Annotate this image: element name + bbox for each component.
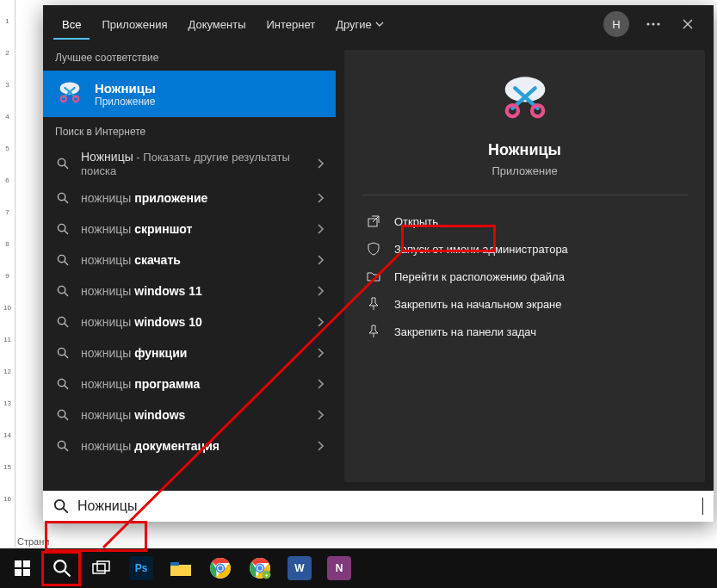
svg-rect-21 (15, 560, 22, 567)
scissors-icon (495, 71, 555, 131)
svg-point-9 (58, 255, 65, 262)
svg-text:●: ● (265, 573, 268, 578)
ruler-tick: 6 (0, 176, 15, 184)
search-box[interactable] (43, 491, 714, 522)
search-icon (55, 316, 71, 328)
web-result-text: ножницы приложение (81, 191, 306, 205)
close-button[interactable] (672, 9, 703, 40)
results-list: Лучшее соответствие Ножницы Приложение (43, 43, 336, 491)
taskbar-app-chrome[interactable] (201, 548, 239, 588)
start-button[interactable] (3, 548, 41, 588)
preview-action-open[interactable]: Открыть (362, 207, 688, 235)
ruler-tick: 3 (0, 81, 15, 89)
preview-action-label: Перейти к расположению файла (394, 270, 565, 283)
web-result-text: ножницы программа (81, 377, 306, 391)
web-result[interactable]: ножницы документация (43, 430, 336, 461)
task-view-button[interactable] (83, 548, 121, 588)
ruler-tick: 11 (0, 336, 15, 344)
chevron-right-icon (317, 410, 324, 420)
svg-point-1 (652, 22, 654, 25)
ruler-tick: 15 (0, 463, 15, 471)
chevron-right-icon (317, 255, 324, 265)
taskbar: Ps ●WN (0, 548, 717, 588)
web-result[interactable]: ножницы скриншот (43, 214, 336, 244)
search-icon (53, 559, 71, 578)
tab-documents[interactable]: Документы (179, 9, 254, 40)
section-web-search: Поиск в Интернете (43, 117, 336, 145)
chrome-profile-icon: ● (249, 557, 271, 579)
taskbar-app-photoshop[interactable]: Ps (122, 548, 160, 588)
preview-action-pin-task[interactable]: Закрепить на панели задач (362, 318, 688, 345)
chevron-right-icon (317, 158, 324, 169)
preview-app-subtitle: Приложение (491, 164, 557, 177)
svg-point-18 (532, 105, 543, 116)
web-result[interactable]: ножницы приложение (43, 183, 336, 214)
chevron-right-icon (317, 224, 324, 234)
web-result-text: ножницы windows 11 (81, 284, 306, 298)
svg-rect-24 (23, 569, 30, 576)
ruler-tick: 1 (0, 17, 15, 25)
taskbar-app-explorer[interactable] (162, 548, 200, 588)
ruler-tick: 7 (0, 208, 15, 216)
ellipsis-icon (646, 22, 660, 26)
folder-icon (367, 269, 382, 283)
search-tabs: Все Приложения Документы Интернет Другие… (43, 5, 714, 43)
tab-web[interactable]: Интернет (257, 9, 324, 40)
tab-all[interactable]: Все (53, 9, 90, 40)
taskbar-search-button[interactable] (43, 548, 81, 588)
search-icon (55, 347, 71, 359)
preview-action-pin-start[interactable]: Закрепить на начальном экране (362, 290, 688, 318)
chevron-right-icon (317, 286, 324, 296)
svg-rect-28 (170, 566, 191, 576)
vertical-ruler: 12345678910111213141516 (0, 0, 15, 548)
search-icon (53, 498, 69, 514)
ruler-tick: 12 (0, 368, 15, 375)
taskbar-app-onenote[interactable]: N (320, 548, 358, 588)
ruler-tick: 4 (0, 113, 15, 121)
chevron-right-icon (317, 193, 324, 203)
search-icon (55, 409, 71, 421)
ruler-tick: 14 (0, 431, 15, 439)
web-result[interactable]: ножницы windows (43, 399, 336, 430)
search-icon (55, 440, 71, 452)
preview-action-admin[interactable]: Запуск от имени администратора (362, 235, 688, 263)
page-label: Страни (17, 536, 49, 547)
preview-action-folder[interactable]: Перейти к расположению файла (362, 263, 688, 290)
taskbar-app-word[interactable]: W (281, 548, 318, 588)
svg-rect-26 (93, 564, 105, 573)
best-match-result[interactable]: Ножницы Приложение (43, 71, 336, 117)
svg-point-10 (58, 286, 65, 293)
more-options-button[interactable] (638, 9, 669, 40)
photoshop-icon: Ps (129, 556, 153, 580)
ruler-tick: 5 (0, 145, 15, 152)
avatar[interactable]: Н (603, 11, 629, 37)
web-result[interactable]: ножницы windows 10 (43, 306, 336, 337)
svg-rect-23 (15, 569, 22, 576)
web-result-text: ножницы документация (81, 439, 306, 453)
web-result[interactable]: ножницы функции (43, 337, 336, 368)
web-result[interactable]: ножницы windows 11 (43, 275, 336, 306)
tab-apps[interactable]: Приложения (93, 9, 176, 40)
windows-icon (15, 560, 30, 576)
close-icon (683, 19, 693, 29)
chevron-right-icon (317, 317, 324, 327)
web-result[interactable]: Ножницы - Показать другие результаты пои… (43, 145, 336, 183)
svg-point-11 (58, 317, 65, 324)
svg-rect-22 (23, 560, 30, 567)
preview-action-label: Закрепить на панели задач (394, 325, 536, 338)
best-match-subtitle: Приложение (95, 96, 156, 108)
svg-point-25 (54, 560, 65, 572)
svg-point-33 (218, 566, 222, 570)
web-result-text: ножницы windows 10 (81, 315, 306, 329)
web-result[interactable]: ножницы скачать (43, 244, 336, 275)
svg-rect-27 (97, 561, 109, 571)
ruler-tick: 10 (0, 304, 15, 312)
svg-point-20 (55, 500, 65, 510)
svg-point-13 (58, 379, 65, 386)
taskbar-app-chrome-profile[interactable]: ● (241, 548, 279, 588)
search-icon (55, 192, 71, 204)
search-input[interactable] (77, 498, 699, 514)
tab-more[interactable]: Другие (327, 9, 392, 40)
svg-point-6 (58, 158, 65, 165)
web-result[interactable]: ножницы программа (43, 368, 336, 399)
